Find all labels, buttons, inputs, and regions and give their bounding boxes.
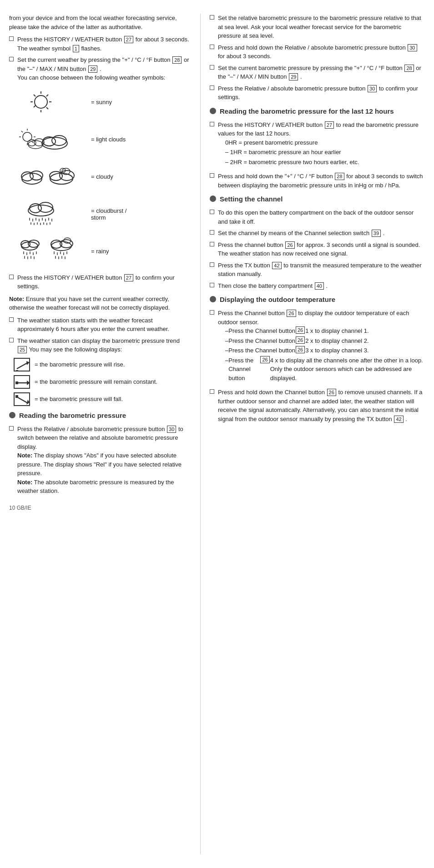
left-column: from your device and from the local weat…: [9, 14, 200, 854]
btn-26-s4: 26: [287, 310, 296, 317]
bullet-sq: [210, 210, 214, 214]
light-clouds-label: = light clouds: [91, 136, 126, 143]
bullet2-text: Set the current weather by pressing the …: [17, 55, 191, 82]
section-dot: [210, 196, 216, 202]
bullet-sq: [210, 310, 214, 315]
bullet-sq: [210, 173, 214, 178]
pressure-row-rise: = the barometric pressure will rise.: [14, 358, 191, 371]
btn-26-s4-2: 26: [296, 346, 305, 353]
btn-28: 28: [172, 56, 182, 64]
weather-row-sunny: = sunny: [14, 87, 191, 118]
bullet-sq: [210, 45, 214, 49]
s2-sublist: 0HR = present barometric pressure – 1HR …: [225, 138, 423, 167]
weather-row-lightclouds: = light clouds: [14, 124, 191, 155]
sunny-label: = sunny: [91, 99, 112, 105]
weather-row-rainy: = rainy: [14, 236, 191, 267]
s2-sub-1: – 1HR = barometric pressure an hour earl…: [225, 148, 423, 157]
btn-27: 27: [124, 36, 133, 43]
s3-bullet-3: Press the channel button 26 for approx. …: [210, 241, 423, 258]
footer: 10 GB/IE: [9, 505, 191, 511]
bullet-sq: [9, 36, 14, 41]
svg-line-73: [17, 362, 28, 369]
section-dot: [9, 412, 15, 418]
btn-26-s4-3: 26: [260, 356, 269, 363]
s4-sub-0: – Press the Channel button 26 1 x to dis…: [225, 326, 423, 336]
bullet-item-4: The weather station starts with the weat…: [9, 316, 191, 334]
btn-27b: 27: [124, 274, 133, 281]
section3-heading: Setting the channel: [210, 194, 423, 204]
s3-bullet-4: Press the TX button 42 to transmit the m…: [210, 261, 423, 279]
weather-row-cloudy: = cloudy: [14, 161, 191, 192]
bullet-sq: [210, 283, 214, 287]
svg-marker-78: [27, 381, 30, 385]
bullet-sq: [9, 338, 14, 342]
right-bullet-3: Set the current barometric pressure by p…: [210, 64, 423, 81]
weather-row-storm: = cloudburst /storm: [14, 199, 191, 230]
svg-line-5: [34, 95, 35, 96]
right-bullet-2: Press and hold down the Relative / absol…: [210, 43, 423, 61]
bullet1-text: Press the HISTORY / WEATHER button 27 fo…: [17, 35, 191, 53]
rainy-icon: [14, 236, 86, 267]
s4-bullet-2: Press and hold down the Channel button 2…: [210, 388, 423, 423]
rainy-label: = rainy: [91, 248, 109, 255]
bullet-sq: [210, 65, 214, 70]
btn-27-right: 27: [325, 121, 334, 129]
bullet-sq: [9, 317, 14, 322]
bullet-sq: [210, 242, 214, 246]
section4-heading: Displaying the outdoor temperature: [210, 295, 423, 304]
bullet-sq: [210, 85, 214, 90]
btn-42-s4: 42: [394, 416, 403, 423]
btn-39: 39: [372, 230, 381, 237]
section-baro-title: Reading the barometric pressure: [19, 411, 126, 420]
s2-sub-0: 0HR = present barometric pressure: [225, 138, 423, 147]
pressure-trends: = the barometric pressure will rise. = t…: [14, 358, 191, 406]
svg-marker-74: [26, 361, 30, 365]
bullet-sq: [9, 426, 14, 431]
btn-30-right2: 30: [368, 85, 377, 92]
svg-point-31: [30, 204, 41, 213]
svg-point-18: [52, 135, 66, 146]
cloudy-icon: [14, 161, 86, 192]
btn-26-s4-1: 26: [296, 336, 305, 344]
s2-sub-2: – 2HR = barometric pressure two hours ea…: [225, 158, 423, 167]
right-bullet-4: Press the Relative / absolute barometric…: [210, 84, 423, 102]
svg-line-80: [17, 397, 28, 403]
section-baro-heading: Reading the barometric pressure: [9, 411, 191, 420]
section4-title: Displaying the outdoor temperature: [220, 295, 335, 304]
section3-title: Setting the channel: [220, 194, 283, 204]
bullet-sq: [210, 122, 214, 126]
right-bullet-1: Set the relative barometric pressure to …: [210, 14, 423, 40]
section2-title: Reading the barometric pressure for the …: [220, 106, 394, 116]
s3-bullet-1: To do this open the battery compartment …: [210, 208, 423, 226]
pressure-constant-icon: [14, 375, 30, 389]
pressure-row-constant: = the barometric pressure will remain co…: [14, 375, 191, 389]
s3-bullet-2: Set the channel by means of the Channel …: [210, 229, 423, 238]
bullet-item-1: Press the HISTORY / WEATHER button 27 fo…: [9, 35, 191, 53]
s3-bullet-5: Then close the battery compartment 40 .: [210, 281, 423, 291]
right-column: Set the relative barometric pressure to …: [200, 14, 423, 854]
bullet-sq: [210, 389, 214, 394]
section2-heading: Reading the barometric pressure for the …: [210, 106, 423, 116]
bullet-sq: [9, 57, 14, 61]
svg-line-15: [32, 141, 33, 143]
btn-28-right2: 28: [335, 173, 344, 180]
svg-rect-79: [15, 381, 18, 384]
s4-sub-1: – Press the Channel button 26 2 x to dis…: [225, 336, 423, 346]
section-dot: [210, 296, 216, 302]
s2-bullet-2: Press and hold down the "+" / °C / °F bu…: [210, 172, 423, 190]
svg-rect-76: [16, 370, 18, 371]
btn-42-s3: 42: [272, 262, 281, 269]
svg-line-14: [21, 131, 23, 132]
svg-line-6: [46, 107, 48, 109]
pressure-fall-icon: [14, 392, 30, 406]
s4-sublist: – Press the Channel button 26 1 x to dis…: [225, 326, 423, 382]
btn-30-right: 30: [408, 44, 417, 51]
baro-bullet-1: Press the Relative / absolute barometric…: [9, 425, 191, 496]
svg-rect-82: [15, 395, 18, 398]
note1-text: Note: Ensure that you have set the curre…: [9, 295, 191, 312]
section-dot: [210, 108, 216, 114]
weather-symbols: = sunny: [14, 87, 191, 267]
storm-label: = cloudburst /storm: [91, 207, 126, 221]
btn-26-s3: 26: [285, 241, 294, 249]
svg-line-7: [46, 95, 48, 96]
